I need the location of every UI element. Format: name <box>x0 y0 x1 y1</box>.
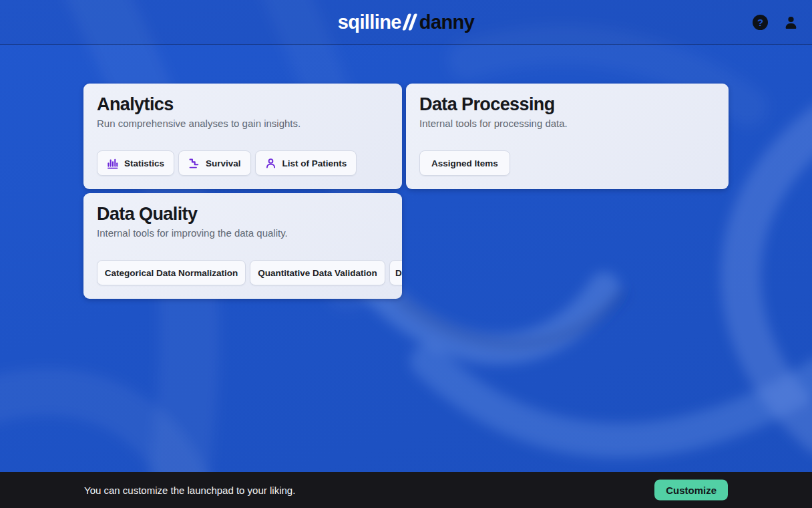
card-title: Data Processing <box>419 95 715 115</box>
tile-statistics[interactable]: Statistics <box>97 150 174 176</box>
card-data-quality: Data Quality Internal tools for improvin… <box>83 193 402 299</box>
bar-chart-icon <box>107 158 118 169</box>
person-icon <box>265 158 276 169</box>
tile-clipped[interactable]: Da <box>389 260 402 285</box>
tile-assigned-items[interactable]: Assigned Items <box>419 150 510 176</box>
card-subtitle: Internal tools for improving the data qu… <box>97 227 389 239</box>
tile-list-of-patients[interactable]: List of Patients <box>255 150 357 176</box>
card-subtitle: Internal tools for processing data. <box>419 118 715 129</box>
customize-button[interactable]: Customize <box>654 480 728 501</box>
launchpad-grid: Analytics Run comprehensive analyses to … <box>83 84 729 299</box>
logo-slashes-icon <box>405 14 415 31</box>
footer-message: You can customize the launchpad to your … <box>84 485 295 496</box>
card-subtitle: Run comprehensive analyses to gain insig… <box>97 118 389 129</box>
tile-label: Assigned Items <box>431 158 498 168</box>
tile-quantitative-data-validation[interactable]: Quantitative Data Validation <box>250 260 385 285</box>
card-data-processing: Data Processing Internal tools for proce… <box>406 84 729 189</box>
analytics-tiles: Statistics Survival List <box>97 150 357 176</box>
tile-label: Categorical Data Normalization <box>105 268 238 278</box>
header-actions: ? <box>753 0 799 44</box>
card-title: Analytics <box>97 95 389 115</box>
tile-label: Statistics <box>124 158 164 168</box>
survival-curve-icon <box>188 158 200 169</box>
card-analytics: Analytics Run comprehensive analyses to … <box>83 84 402 189</box>
tile-label: Quantitative Data Validation <box>258 268 377 278</box>
tile-categorical-data-normalization[interactable]: Categorical Data Normalization <box>97 260 246 285</box>
data-quality-tiles: Categorical Data Normalization Quantitat… <box>97 260 402 285</box>
user-icon[interactable] <box>783 15 799 30</box>
tile-label: Survival <box>206 158 241 168</box>
app-logo: sqilline danny <box>338 11 475 33</box>
logo-text-sqilline: sqilline <box>338 11 401 33</box>
tile-label: Da <box>395 268 402 278</box>
logo-text-danny: danny <box>419 11 474 33</box>
data-processing-tiles: Assigned Items <box>419 150 510 176</box>
tile-label: List of Patients <box>282 158 347 168</box>
help-icon[interactable]: ? <box>753 15 768 30</box>
card-title: Data Quality <box>97 205 389 225</box>
footer-bar: You can customize the launchpad to your … <box>0 472 812 508</box>
tile-survival[interactable]: Survival <box>178 150 251 176</box>
top-bar: sqilline danny ? <box>0 0 812 45</box>
